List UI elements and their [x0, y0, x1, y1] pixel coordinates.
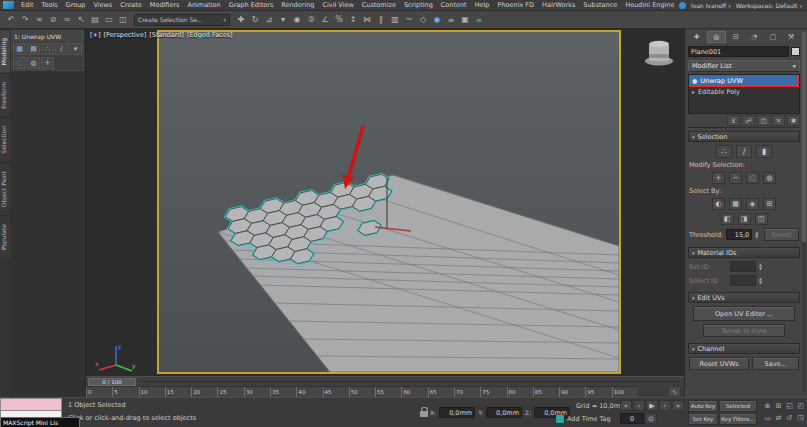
ribbon-tab-object-paint[interactable]: Object Paint: [0, 162, 10, 215]
orbit-icon[interactable]: ↺: [784, 412, 795, 424]
ruler-tick[interactable]: 20: [191, 387, 217, 397]
ruler-tick[interactable]: 70: [454, 387, 480, 397]
zoom-extents-all-icon[interactable]: ◰: [795, 400, 806, 412]
ruler-tick[interactable]: 95: [585, 387, 611, 397]
layer-explorer-icon[interactable]: ▥: [388, 13, 402, 27]
menu-item[interactable]: Views: [89, 0, 116, 11]
selected-dropdown[interactable]: Selected: [719, 400, 757, 412]
selection-lock-icon[interactable]: [420, 411, 428, 417]
ring-selection-icon[interactable]: ◌: [746, 172, 759, 184]
snaps-toggle-icon[interactable]: ③: [304, 13, 318, 27]
rectangular-selection-region-icon[interactable]: ▭: [102, 13, 116, 27]
qp-edge-icon[interactable]: ∕: [55, 43, 68, 55]
tab-utilities-icon[interactable]: ⚒: [783, 31, 801, 43]
previous-frame-button[interactable]: ‹: [633, 400, 645, 411]
menu-item[interactable]: Modifiers: [146, 0, 184, 11]
reset-uvws-button[interactable]: Reset UVWs: [689, 357, 749, 370]
shrink-selection-icon[interactable]: −: [729, 172, 742, 184]
select-by-smoothing-group-icon[interactable]: ◧: [721, 213, 734, 225]
tab-hierarchy-icon[interactable]: ⊟: [727, 31, 745, 43]
planar-angle-icon[interactable]: ◈: [746, 198, 759, 210]
select-by-color-icon[interactable]: ◨: [738, 213, 751, 225]
ruler-tick[interactable]: 0: [86, 387, 112, 397]
viewport-style-menu[interactable]: [Standard]: [149, 31, 184, 39]
modifier-list-dropdown[interactable]: Modifier List: [688, 60, 800, 72]
make-unique-icon[interactable]: ◫: [757, 115, 770, 126]
polygon-subobject-icon[interactable]: ▮: [756, 145, 772, 158]
ruler-tick[interactable]: 65: [428, 387, 454, 397]
time-slider[interactable]: 0 / 100: [86, 376, 684, 386]
render-production-icon[interactable]: ☕: [472, 13, 486, 27]
set-id-field[interactable]: [730, 261, 756, 272]
spinner-snap-icon[interactable]: ↕: [346, 13, 360, 27]
x-coordinate-field[interactable]: 0,0mm: [439, 407, 475, 418]
expand-arrow-icon[interactable]: [692, 88, 695, 96]
set-key-button[interactable]: Set Key: [688, 413, 718, 425]
object-color-swatch[interactable]: [791, 47, 800, 56]
qp-edit-icon[interactable]: ▤: [27, 43, 40, 55]
ruler-tick[interactable]: 100: [612, 387, 638, 397]
max-logo-icon[interactable]: [3, 1, 14, 9]
ruler-tick[interactable]: 10: [139, 387, 165, 397]
ruler-tick[interactable]: 85: [533, 387, 559, 397]
select-and-move-icon[interactable]: ✚: [234, 13, 248, 27]
track-bar[interactable]: 0510152025303540455055606570758085909510…: [86, 386, 638, 397]
qp-grow-icon[interactable]: +: [41, 57, 54, 69]
ruler-tick[interactable]: 25: [217, 387, 243, 397]
qp-vertex-icon[interactable]: ∴: [41, 43, 54, 55]
ruler-tick[interactable]: 55: [375, 387, 401, 397]
signed-in-user[interactable]: Ivan Ivanoff: [691, 2, 731, 9]
go-to-end-button[interactable]: »: [672, 400, 684, 411]
select-and-rotate-icon[interactable]: ↻: [248, 13, 262, 27]
tab-modify-icon[interactable]: ◎: [707, 31, 727, 43]
rendered-frame-window-icon[interactable]: ▣: [458, 13, 472, 27]
remove-modifier-icon[interactable]: ✕: [772, 115, 785, 126]
hat-object[interactable]: [642, 39, 676, 67]
select-button[interactable]: Select: [764, 228, 799, 241]
select-object-icon[interactable]: ↖: [74, 13, 88, 27]
menu-item[interactable]: Substance: [579, 0, 621, 11]
play-button[interactable]: ▶: [646, 400, 658, 411]
menu-item[interactable]: Civil View: [318, 0, 357, 11]
configure-modifier-sets-icon[interactable]: ✱: [787, 115, 800, 126]
qp-ring-icon[interactable]: ◍: [27, 57, 40, 69]
window-crossing-icon[interactable]: ◫: [116, 13, 130, 27]
unlink-selection-icon[interactable]: ⊘: [46, 13, 60, 27]
menu-item[interactable]: Group: [62, 0, 90, 11]
mirror-icon[interactable]: ⋈: [360, 13, 374, 27]
panel-scrollbar[interactable]: [802, 32, 806, 392]
ruler-tick[interactable]: 80: [507, 387, 533, 397]
percent-snap-icon[interactable]: %: [332, 13, 346, 27]
menu-item[interactable]: Rendering: [277, 0, 318, 11]
panel-scrollbar-thumb[interactable]: [802, 32, 806, 242]
schematic-view-icon[interactable]: ◇: [416, 13, 430, 27]
zoom-all-icon[interactable]: ⊞: [773, 400, 784, 412]
maximize-viewport-toggle-icon[interactable]: ◳: [795, 412, 806, 424]
select-and-link-icon[interactable]: ∞: [32, 13, 46, 27]
modifier-stack-item-unwrap-uvw[interactable]: Unwrap UVW: [689, 75, 799, 86]
object-name-field[interactable]: Plane001: [688, 46, 789, 57]
viewport-canvas[interactable]: [159, 32, 619, 372]
ruler-tick[interactable]: 30: [244, 387, 270, 397]
menu-item[interactable]: Customize: [358, 0, 400, 11]
time-slider-track[interactable]: [140, 381, 680, 382]
loop-selection-icon[interactable]: ◍: [763, 172, 776, 184]
rollout-selection-header[interactable]: Selection: [688, 131, 800, 142]
rollout-material-ids-header[interactable]: Material IDs: [688, 247, 800, 258]
viewport[interactable]: [+] [Perspective] [Standard] [Edged Face…: [86, 29, 684, 376]
macro-recorder-field[interactable]: [0, 398, 62, 411]
qp-dropdown-icon[interactable]: ▾: [69, 43, 82, 55]
ignore-backfacing-icon[interactable]: ◐: [712, 198, 725, 210]
bind-to-spacewarp-icon[interactable]: ≈: [60, 13, 74, 27]
curve-editor-icon[interactable]: ~: [402, 13, 416, 27]
align-icon[interactable]: ∥: [374, 13, 388, 27]
visibility-bulb-icon[interactable]: [692, 77, 697, 85]
ruler-tick[interactable]: 45: [323, 387, 349, 397]
ruler-tick[interactable]: 35: [270, 387, 296, 397]
field-of-view-icon[interactable]: ▭: [762, 412, 773, 424]
render-setup-icon[interactable]: ☕: [444, 13, 458, 27]
ribbon-tab-freeform[interactable]: Freeform: [0, 73, 10, 117]
menu-item[interactable]: Tools: [38, 0, 62, 11]
menu-item[interactable]: Scripting: [400, 0, 437, 11]
ruler-tick[interactable]: 40: [296, 387, 322, 397]
